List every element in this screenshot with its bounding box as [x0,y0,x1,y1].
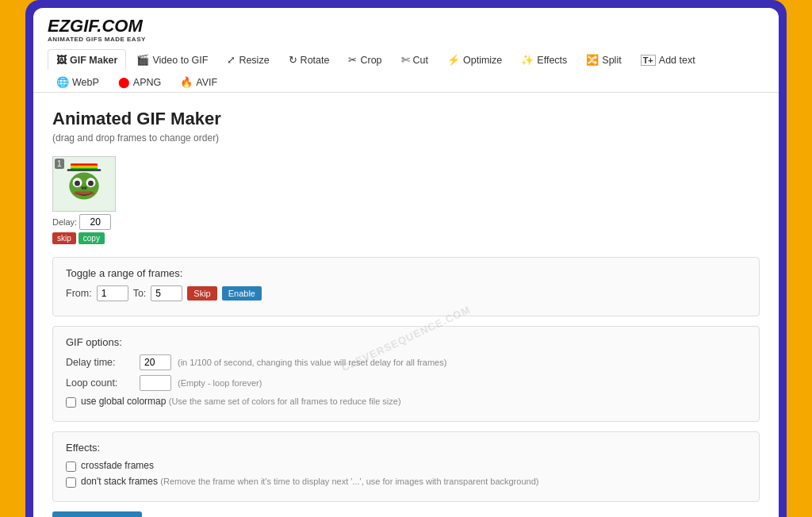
nav-optimize[interactable]: ⚡ Optimize [439,49,511,70]
delay-time-label: Delay time: [66,357,133,368]
svg-rect-1 [71,164,98,166]
resize-icon: ⤢ [227,54,236,66]
content-wrapper: CLEVERSEQUENCE.COM Animated GIF Maker (d… [52,109,760,517]
loop-count-label: Loop count: [66,377,133,389]
video-to-gif-icon: 🎬 [136,54,149,66]
logo: EZGIF.COM ANIMATED GIFS MADE EASY [48,17,146,43]
nav-video-to-gif[interactable]: 🎬 Video to GIF [128,49,216,70]
nav-cut[interactable]: ✄ Cut [393,49,437,70]
svg-rect-4 [71,168,98,170]
no-stack-row: don't stack frames (Remove the frame whe… [66,476,746,488]
split-icon: 🔀 [586,54,599,66]
gif-options-label: GIF options: [66,336,746,348]
frame-card: 1 [52,156,116,244]
frame-skip-button[interactable]: skip [52,232,76,244]
frame-number: 1 [55,159,64,169]
from-input[interactable] [97,285,128,301]
crossfade-checkbox[interactable] [66,461,76,472]
nav-split[interactable]: 🔀 Split [577,49,630,70]
gif-options-section: GIF options: Delay time: (in 1/100 of se… [52,326,760,422]
delay-time-hint: (in 1/100 of second, changing this value… [178,358,446,367]
site-header: EZGIF.COM ANIMATED GIFS MADE EASY [33,8,779,43]
crop-icon: ✂ [348,54,357,66]
nav-rotate[interactable]: ↻ Rotate [280,49,339,70]
apng-icon: ⬤ [118,76,130,88]
gif-maker-icon: 🖼 [56,54,67,66]
crossfade-label: crossfade frames [81,460,154,471]
delay-label: Delay: [52,217,77,227]
toggle-enable-button[interactable]: Enable [222,286,262,301]
inner-frame: EZGIF.COM ANIMATED GIFS MADE EASY 🖼 GIF … [33,8,779,517]
toggle-frames-section: Toggle a range of frames: From: To: Skip… [52,257,760,316]
rotate-icon: ↻ [289,54,297,66]
frame-buttons: skip copy [52,232,116,244]
svg-point-9 [75,181,80,186]
nav-avif[interactable]: 🔥 AVIF [171,71,226,92]
colormap-label: use global colormap (Use the same set of… [81,396,401,407]
optimize-icon: ⚡ [447,54,460,66]
effects-label: Effects: [66,442,746,454]
loop-count-hint: (Empty - loop forever) [178,378,262,388]
effects-section: Effects: crossfade frames don't stack fr… [52,431,760,502]
svg-point-12 [82,187,84,190]
no-stack-label: don't stack frames (Remove the frame whe… [81,476,538,487]
webp-icon: 🌐 [56,76,69,88]
svg-point-10 [88,181,94,186]
nav-crop[interactable]: ✂ Crop [339,49,390,70]
nav-resize[interactable]: ⤢ Resize [218,49,278,70]
page-title: Animated GIF Maker [52,109,760,129]
crossfade-row: crossfade frames [66,460,746,472]
main-content: CLEVERSEQUENCE.COM Animated GIF Maker (d… [33,93,779,517]
toggle-frames-label: Toggle a range of frames: [66,267,746,279]
toggle-skip-button[interactable]: Skip [187,286,216,301]
frames-area: 1 [52,156,760,244]
svg-rect-5 [67,169,102,171]
nav-apng[interactable]: ⬤ APNG [109,71,170,92]
frame-delay-input[interactable] [79,214,111,230]
nav-webp[interactable]: 🌐 WebP [48,71,108,92]
to-input[interactable] [151,285,182,301]
effects-icon: ✨ [521,54,534,66]
to-label: To: [133,288,147,299]
frame-copy-button[interactable]: copy [79,232,105,244]
cut-icon: ✄ [401,54,410,66]
frame-preview-svg [57,160,111,208]
svg-rect-14 [74,191,94,194]
delay-time-row: Delay time: (in 1/100 of second, changin… [66,354,746,370]
colormap-checkbox[interactable] [66,397,76,408]
svg-rect-3 [71,167,98,168]
delay-time-input[interactable] [140,354,171,370]
loop-count-input[interactable] [140,375,171,391]
frame-image: 1 [52,156,116,212]
no-stack-checkbox[interactable] [66,477,76,488]
frame-delay-row: Delay: [52,214,116,230]
make-gif-button[interactable]: Make a GIF! [52,511,142,517]
svg-point-13 [84,187,86,190]
nav-gif-maker[interactable]: 🖼 GIF Maker [48,49,126,70]
from-label: From: [66,288,92,299]
nav-effects[interactable]: ✨ Effects [512,49,576,70]
add-text-icon: T+ [641,55,656,66]
nav-bar: 🖼 GIF Maker 🎬 Video to GIF ⤢ Resize ↻ Ro… [33,43,779,93]
colormap-row: use global colormap (Use the same set of… [66,396,746,408]
loop-count-row: Loop count: (Empty - loop forever) [66,375,746,391]
avif-icon: 🔥 [180,76,193,88]
page-subtitle: (drag and drop frames to change order) [52,132,760,144]
outer-frame: EZGIF.COM ANIMATED GIFS MADE EASY 🖼 GIF … [25,0,787,517]
toggle-frames-row: From: To: Skip Enable [66,285,746,301]
colormap-hint: (Use the same set of colors for all fram… [169,396,401,406]
nav-add-text[interactable]: T+ Add text [632,49,704,70]
svg-rect-2 [71,165,98,167]
no-stack-hint: (Remove the frame when it's time to disp… [160,477,538,486]
